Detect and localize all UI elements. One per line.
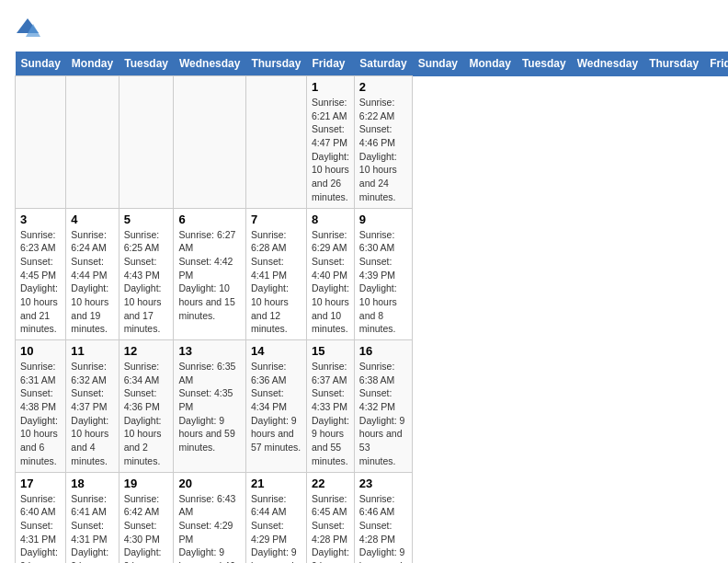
calendar-cell: 23Sunrise: 6:46 AM Sunset: 4:28 PM Dayli… [354,472,412,563]
calendar-cell: 9Sunrise: 6:30 AM Sunset: 4:39 PM Daylig… [354,208,412,340]
logo-icon [15,15,40,40]
calendar-cell: 3Sunrise: 6:23 AM Sunset: 4:45 PM Daylig… [16,208,66,340]
day-number: 20 [178,477,240,490]
day-number: 3 [20,213,61,226]
day-info: Sunrise: 6:21 AM Sunset: 4:47 PM Dayligh… [312,96,349,204]
day-info: Sunrise: 6:32 AM Sunset: 4:37 PM Dayligh… [71,360,113,468]
day-number: 7 [251,213,301,226]
calendar-cell [119,76,174,209]
calendar-cell: 5Sunrise: 6:25 AM Sunset: 4:43 PM Daylig… [119,208,174,340]
day-number: 14 [251,344,301,358]
day-info: Sunrise: 6:35 AM Sunset: 4:35 PM Dayligh… [178,360,240,454]
logo [15,15,44,40]
calendar-cell: 2Sunrise: 6:22 AM Sunset: 4:46 PM Daylig… [354,76,412,209]
day-info: Sunrise: 6:37 AM Sunset: 4:33 PM Dayligh… [312,360,349,468]
weekday-header-tuesday: Tuesday [517,52,572,76]
calendar-cell [174,76,245,209]
day-info: Sunrise: 6:29 AM Sunset: 4:40 PM Dayligh… [312,228,349,337]
day-number: 18 [71,477,113,490]
week-row-3: 10Sunrise: 6:31 AM Sunset: 4:38 PM Dayli… [16,340,729,473]
weekday-header-monday: Monday [464,52,517,76]
weekday-header-thursday: Thursday [643,52,704,76]
day-info: Sunrise: 6:34 AM Sunset: 4:36 PM Dayligh… [124,360,169,468]
week-row-1: 1Sunrise: 6:21 AM Sunset: 4:47 PM Daylig… [16,76,729,209]
calendar-header-row: SundayMondayTuesdayWednesdayThursdayFrid… [16,52,729,76]
day-number: 16 [359,344,407,358]
calendar-cell: 18Sunrise: 6:41 AM Sunset: 4:31 PM Dayli… [66,472,119,563]
weekday-header-wednesday: Wednesday [174,52,245,76]
day-number: 17 [20,477,61,490]
day-info: Sunrise: 6:27 AM Sunset: 4:42 PM Dayligh… [178,228,240,323]
day-info: Sunrise: 6:24 AM Sunset: 4:44 PM Dayligh… [71,228,113,337]
weekday-header-thursday: Thursday [245,52,306,76]
calendar-cell: 13Sunrise: 6:35 AM Sunset: 4:35 PM Dayli… [174,340,245,473]
calendar-table: SundayMondayTuesdayWednesdayThursdayFrid… [15,52,728,563]
weekday-header-friday: Friday [306,52,354,76]
day-info: Sunrise: 6:42 AM Sunset: 4:30 PM Dayligh… [124,492,169,564]
calendar-cell: 14Sunrise: 6:36 AM Sunset: 4:34 PM Dayli… [245,340,306,473]
calendar-cell: 20Sunrise: 6:43 AM Sunset: 4:29 PM Dayli… [174,472,245,563]
day-number: 8 [312,213,349,226]
day-info: Sunrise: 6:43 AM Sunset: 4:29 PM Dayligh… [178,492,240,564]
calendar-cell: 22Sunrise: 6:45 AM Sunset: 4:28 PM Dayli… [306,472,354,563]
day-info: Sunrise: 6:41 AM Sunset: 4:31 PM Dayligh… [71,492,113,564]
day-info: Sunrise: 6:28 AM Sunset: 4:41 PM Dayligh… [251,228,301,337]
day-number: 5 [124,213,169,226]
day-number: 15 [312,344,349,358]
calendar-cell: 4Sunrise: 6:24 AM Sunset: 4:44 PM Daylig… [66,208,119,340]
calendar-cell: 1Sunrise: 6:21 AM Sunset: 4:47 PM Daylig… [306,76,354,209]
calendar-cell: 17Sunrise: 6:40 AM Sunset: 4:31 PM Dayli… [16,472,66,563]
day-number: 21 [251,477,301,490]
calendar-cell [245,76,306,209]
day-number: 19 [124,477,169,490]
weekday-header-wednesday: Wednesday [572,52,643,76]
day-number: 12 [124,344,169,358]
calendar-cell: 16Sunrise: 6:38 AM Sunset: 4:32 PM Dayli… [354,340,412,473]
weekday-header-friday: Friday [704,52,728,76]
day-info: Sunrise: 6:45 AM Sunset: 4:28 PM Dayligh… [312,492,349,564]
weekday-header-monday: Monday [66,52,119,76]
week-row-2: 3Sunrise: 6:23 AM Sunset: 4:45 PM Daylig… [16,208,729,340]
weekday-header-sunday: Sunday [16,52,66,76]
weekday-header-saturday: Saturday [354,52,412,76]
day-info: Sunrise: 6:40 AM Sunset: 4:31 PM Dayligh… [20,492,61,564]
day-number: 2 [359,80,407,94]
day-info: Sunrise: 6:30 AM Sunset: 4:39 PM Dayligh… [359,228,407,337]
day-info: Sunrise: 6:36 AM Sunset: 4:34 PM Dayligh… [251,360,301,454]
day-number: 4 [71,213,113,226]
day-info: Sunrise: 6:38 AM Sunset: 4:32 PM Dayligh… [359,360,407,468]
page-header [15,15,713,40]
calendar-cell [16,76,66,209]
day-number: 6 [178,213,240,226]
calendar-cell [66,76,119,209]
weekday-header-tuesday: Tuesday [119,52,174,76]
day-number: 1 [312,80,349,94]
day-number: 11 [71,344,113,358]
day-info: Sunrise: 6:46 AM Sunset: 4:28 PM Dayligh… [359,492,407,564]
calendar-cell: 10Sunrise: 6:31 AM Sunset: 4:38 PM Dayli… [16,340,66,473]
day-info: Sunrise: 6:23 AM Sunset: 4:45 PM Dayligh… [20,228,61,337]
calendar-cell: 7Sunrise: 6:28 AM Sunset: 4:41 PM Daylig… [245,208,306,340]
day-info: Sunrise: 6:25 AM Sunset: 4:43 PM Dayligh… [124,228,169,337]
day-number: 22 [312,477,349,490]
week-row-4: 17Sunrise: 6:40 AM Sunset: 4:31 PM Dayli… [16,472,729,563]
calendar-cell: 21Sunrise: 6:44 AM Sunset: 4:29 PM Dayli… [245,472,306,563]
day-number: 9 [359,213,407,226]
calendar-cell: 12Sunrise: 6:34 AM Sunset: 4:36 PM Dayli… [119,340,174,473]
day-number: 10 [20,344,61,358]
day-number: 13 [178,344,240,358]
calendar-cell: 6Sunrise: 6:27 AM Sunset: 4:42 PM Daylig… [174,208,245,340]
day-info: Sunrise: 6:44 AM Sunset: 4:29 PM Dayligh… [251,492,301,564]
calendar-cell: 15Sunrise: 6:37 AM Sunset: 4:33 PM Dayli… [306,340,354,473]
day-number: 23 [359,477,407,490]
day-info: Sunrise: 6:31 AM Sunset: 4:38 PM Dayligh… [20,360,61,468]
calendar-cell: 19Sunrise: 6:42 AM Sunset: 4:30 PM Dayli… [119,472,174,563]
day-info: Sunrise: 6:22 AM Sunset: 4:46 PM Dayligh… [359,96,407,204]
weekday-header-sunday: Sunday [413,52,464,76]
calendar-cell: 11Sunrise: 6:32 AM Sunset: 4:37 PM Dayli… [66,340,119,473]
calendar-cell: 8Sunrise: 6:29 AM Sunset: 4:40 PM Daylig… [306,208,354,340]
